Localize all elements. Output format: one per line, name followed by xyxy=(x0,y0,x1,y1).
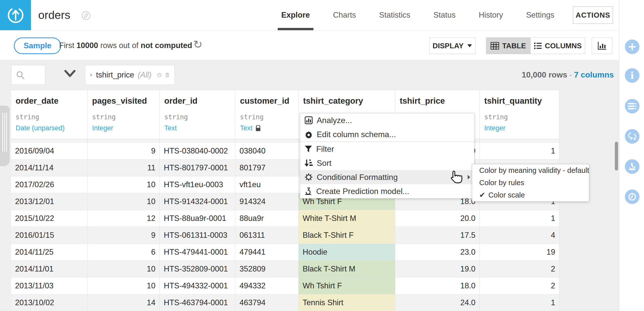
cell-oid[interactable]: HTS-88ua9r-0001 xyxy=(160,210,235,227)
tab-statistics[interactable]: Statistics xyxy=(379,0,410,30)
column-header-order_date[interactable]: order_date string Date (unparsed) xyxy=(11,90,88,139)
cell-oid[interactable]: HTS-463794-0001 xyxy=(160,294,235,311)
left-panel-grip[interactable] xyxy=(0,106,10,166)
columns-count-link[interactable]: 7 columns xyxy=(574,70,614,79)
cell-cid[interactable]: 494332 xyxy=(235,278,299,294)
menu-item-analyze[interactable]: Analyze... xyxy=(300,113,474,127)
menu-item-sort[interactable]: Sort xyxy=(300,156,474,170)
tab-history[interactable]: History xyxy=(479,0,503,30)
cell-cid[interactable]: 88ua9r xyxy=(235,210,299,227)
cell-cat[interactable]: Black T-Shirt F xyxy=(299,227,395,244)
cell-oid[interactable]: HTS-801797-0001 xyxy=(160,160,235,176)
filter-pill-tshirt-price[interactable]: tshirt_price (All) xyxy=(85,65,175,85)
refresh-sample-icon[interactable]: ↻ xyxy=(193,38,203,51)
dataset-logo[interactable] xyxy=(0,0,31,30)
tab-charts[interactable]: Charts xyxy=(333,0,356,30)
cell-price[interactable]: 18.0 xyxy=(395,278,480,294)
sample-badge[interactable]: Sample xyxy=(14,37,61,54)
cell-date[interactable]: 2013/12/01 xyxy=(11,193,88,210)
cell-pages[interactable]: 10 xyxy=(88,193,160,210)
cell-cid[interactable]: 801797 xyxy=(235,160,299,176)
cell-cid[interactable]: 038040 xyxy=(235,143,299,160)
details-panel-button[interactable]: i xyxy=(625,68,639,83)
cell-date[interactable]: 2014/11/01 xyxy=(11,261,88,278)
cell-cid[interactable]: 914324 xyxy=(235,193,299,210)
cell-cid[interactable]: 352809 xyxy=(235,261,299,278)
discussions-panel-button[interactable] xyxy=(625,129,639,144)
power-icon[interactable] xyxy=(157,71,162,79)
triangle-right-icon[interactable] xyxy=(90,72,93,78)
cell-pages[interactable]: 9 xyxy=(88,227,160,244)
cell-oid[interactable]: HTS-038040-0002 xyxy=(160,143,235,160)
cell-oid[interactable]: HTS-914324-0001 xyxy=(160,193,235,210)
cell-pages[interactable]: 11 xyxy=(88,160,160,176)
cell-qty[interactable]: 1 xyxy=(480,294,559,311)
menu-item-edit-column-schema[interactable]: Edit column schema... xyxy=(300,127,474,141)
tab-status[interactable]: Status xyxy=(433,0,456,30)
trash-icon[interactable] xyxy=(165,71,169,79)
cell-cat[interactable]: Wh Tshirt F xyxy=(299,278,395,294)
search-input[interactable] xyxy=(11,65,45,85)
column-header-customer_id[interactable]: customer_id string Text xyxy=(235,90,299,139)
cell-pages[interactable]: 6 xyxy=(88,244,160,261)
cell-cat[interactable]: Black T-Shirt M xyxy=(299,261,395,278)
view-toggle-columns[interactable]: COLUMNS xyxy=(530,37,585,54)
cell-cid[interactable]: 479441 xyxy=(235,244,299,261)
cell-oid[interactable]: HTS-479441-0001 xyxy=(160,244,235,261)
cell-qty[interactable]: 19 xyxy=(480,244,559,261)
meaning-link[interactable]: Integer xyxy=(484,124,559,132)
cell-pages[interactable]: 10 xyxy=(88,261,160,278)
submenu-item-color-by-meaning-validity[interactable]: Color by meaning validity - default xyxy=(472,164,589,177)
vertical-scrollbar-thumb[interactable] xyxy=(615,142,618,171)
cell-qty[interactable]: 2 xyxy=(480,261,559,278)
cell-pages[interactable]: 10 xyxy=(88,278,160,294)
tab-explore[interactable]: Explore xyxy=(281,0,310,30)
actions-button[interactable]: ACTIONS xyxy=(573,6,613,24)
cell-qty[interactable]: 4 xyxy=(480,227,559,244)
cell-qty[interactable]: 1 xyxy=(480,143,559,160)
column-header-order_id[interactable]: order_id string Text xyxy=(160,90,235,139)
meaning-link[interactable]: Date (unparsed) xyxy=(16,124,87,132)
cell-date[interactable]: 2017/02/26 xyxy=(11,176,88,193)
cell-date[interactable]: 2013/11/03 xyxy=(11,278,88,294)
cell-date[interactable]: 2015/10/22 xyxy=(11,210,88,227)
cell-oid[interactable]: HTS-vft1eu-0003 xyxy=(160,176,235,193)
navigator-compass-icon[interactable] xyxy=(81,11,91,21)
cell-date[interactable]: 2016/09/04 xyxy=(11,143,88,160)
meaning-link[interactable]: Text xyxy=(240,124,298,132)
timeline-panel-button[interactable] xyxy=(625,189,639,204)
cell-cat[interactable]: White T-Shirt M xyxy=(299,210,395,227)
cell-qty[interactable]: 2 xyxy=(480,278,559,294)
schema-panel-button[interactable] xyxy=(625,99,639,113)
cell-price[interactable]: 23.0 xyxy=(395,244,480,261)
lab-panel-button[interactable] xyxy=(625,159,639,174)
cell-cat[interactable]: Hoodie xyxy=(299,244,395,261)
column-header-pages_visited[interactable]: pages_visited string Integer xyxy=(88,90,160,139)
cell-cid[interactable]: vft1eu xyxy=(235,176,299,193)
cell-oid[interactable]: HTS-352809-0001 xyxy=(160,261,235,278)
menu-item-create-prediction-model[interactable]: Create Prediction model... xyxy=(300,184,474,198)
cell-price[interactable]: 20.0 xyxy=(395,210,480,227)
menu-item-filter[interactable]: Filter xyxy=(300,142,474,156)
cell-price[interactable]: 24.0 xyxy=(395,294,480,311)
meaning-link[interactable]: Text xyxy=(164,124,235,132)
cell-qty[interactable]: 1 xyxy=(480,210,559,227)
cell-cid[interactable]: 061311 xyxy=(235,227,299,244)
quick-chart-button[interactable] xyxy=(592,37,612,54)
cell-date[interactable]: 2016/01/15 xyxy=(11,227,88,244)
cell-date[interactable]: 2014/11/25 xyxy=(11,244,88,261)
cell-date[interactable]: 2014/11/14 xyxy=(11,160,88,176)
menu-item-conditional-formatting[interactable]: Conditional Formatting xyxy=(300,170,474,184)
chevron-down-icon[interactable] xyxy=(64,70,75,77)
cell-pages[interactable]: 10 xyxy=(88,176,160,193)
cell-cat[interactable]: Tennis Shirt xyxy=(299,294,395,311)
cell-price[interactable]: 17.5 xyxy=(395,227,480,244)
display-dropdown-button[interactable]: DISPLAY xyxy=(429,37,475,54)
submenu-item-color-by-rules[interactable]: Color by rules xyxy=(472,177,589,189)
column-header-tshirt_quantity[interactable]: tshirt_quantity string Integer xyxy=(480,90,559,139)
cell-oid[interactable]: HTS-494332-0001 xyxy=(160,278,235,294)
submenu-item-color-scale[interactable]: ✔Color scale xyxy=(472,189,589,201)
cell-cid[interactable]: 463794 xyxy=(235,294,299,311)
cell-oid[interactable]: HTS-061311-0003 xyxy=(160,227,235,244)
meaning-link[interactable]: Integer xyxy=(92,124,159,132)
